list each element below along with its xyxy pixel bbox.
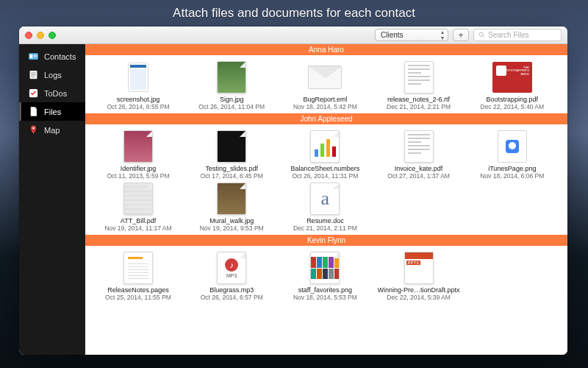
file-item[interactable]: PPTXWinning-Pre…tionDraft.pptxDec 22, 20… — [375, 252, 463, 301]
app-window: Clients ▴▾ + Search Files ContactsLogsTo… — [19, 26, 567, 355]
file-item[interactable]: ♪MP3Bluegrass.mp3Oct 26, 2014, 6:57 PM — [187, 252, 276, 301]
file-name: Mural_walk.jpg — [209, 217, 254, 224]
search-icon — [478, 32, 485, 38]
file-thumbnail — [118, 130, 158, 163]
file-item[interactable]: aResume.docDec 21, 2014, 2:11 PM — [281, 183, 369, 232]
sidebar-item-map[interactable]: Map — [19, 121, 85, 139]
svg-point-0 — [479, 32, 483, 36]
file-name: Bootstrapping.pdf — [487, 96, 539, 103]
sidebar-item-files[interactable]: Files — [19, 102, 85, 121]
svg-rect-4 — [34, 55, 37, 56]
svg-point-11 — [32, 127, 35, 130]
sidebar-item-label: Files — [44, 107, 61, 116]
chevron-updown-icon: ▴▾ — [441, 29, 444, 41]
svg-rect-7 — [31, 72, 35, 73]
file-grid: Identifier.jpgOct 11, 2013, 5:59 PMTesti… — [85, 124, 567, 235]
file-name: Testing_slides.pdf — [205, 165, 258, 172]
file-name: Identifier.jpg — [121, 165, 157, 172]
search-input[interactable]: Search Files — [473, 29, 562, 41]
file-thumbnail — [118, 183, 158, 215]
file-item[interactable]: Testing_slides.pdfOct 17, 2014, 6:45 PM — [187, 130, 276, 180]
file-item[interactable]: iTunesPage.pngNov 18, 2014, 6:06 PM — [468, 130, 556, 180]
file-name: BugReport.eml — [303, 96, 347, 103]
file-name: Resume.doc — [306, 217, 344, 224]
file-item[interactable]: Bootstrapping.pdfDec 22, 2014, 5:40 AM — [468, 61, 556, 110]
section-header: Kevin Flynn — [85, 235, 567, 246]
svg-line-1 — [483, 36, 484, 38]
sidebar: ContactsLogsToDosFilesMap — [19, 44, 85, 355]
file-thumbnail — [399, 61, 439, 93]
file-item[interactable]: release_notes_2-6.rtfDec 21, 2014, 2:21 … — [375, 61, 463, 110]
file-date: Oct 11, 2013, 5:59 PM — [107, 172, 169, 180]
file-thumbnail: PPTX — [399, 252, 439, 284]
minimize-window-button[interactable] — [37, 32, 44, 39]
file-date: Nov 18, 2014, 6:06 PM — [480, 172, 544, 180]
svg-rect-3 — [30, 54, 33, 58]
file-item[interactable]: Identifier.jpgOct 11, 2013, 5:59 PM — [94, 130, 182, 180]
file-thumbnail — [492, 61, 532, 93]
file-date: Oct 26, 2014, 11:31 PM — [293, 172, 359, 180]
file-item[interactable]: screenshot.jpgOct 26, 2014, 6:55 PM — [94, 61, 182, 110]
file-item[interactable]: ATT_Bill.pdfNov 19, 2014, 11:17 AM — [94, 183, 182, 232]
window-titlebar: Clients ▴▾ + Search Files — [19, 26, 567, 44]
file-date: Oct 26, 2014, 11:04 PM — [198, 103, 265, 110]
document-icon — [28, 106, 39, 117]
window-controls — [25, 32, 56, 39]
file-name: staff_favorites.png — [298, 286, 352, 294]
file-thumbnail — [212, 130, 251, 163]
file-name: iTunesPage.png — [488, 165, 536, 172]
sidebar-item-label: Map — [44, 126, 60, 135]
file-date: Oct 26, 2014, 6:57 PM — [201, 294, 263, 301]
file-grid: ReleaseNotes.pagesOct 25, 2014, 11:55 PM… — [85, 246, 567, 304]
category-select[interactable]: Clients ▴▾ — [375, 29, 448, 41]
file-thumbnail: ♪MP3 — [212, 252, 251, 284]
file-item[interactable]: Sign.jpgOct 26, 2014, 11:04 PM — [187, 61, 276, 110]
file-name: release_notes_2-6.rtf — [387, 96, 450, 103]
file-thumbnail: a — [305, 183, 345, 215]
file-thumbnail — [212, 183, 251, 215]
file-item[interactable]: ReleaseNotes.pagesOct 25, 2014, 11:55 PM — [94, 252, 182, 301]
sidebar-item-label: ToDos — [44, 89, 67, 98]
file-item[interactable]: Invoice_kate.pdfOct 27, 2014, 1:37 AM — [375, 130, 463, 180]
file-item[interactable]: BugReport.emlNov 18, 2014, 5:42 PM — [281, 61, 369, 110]
sidebar-item-logs[interactable]: Logs — [19, 66, 85, 84]
svg-rect-9 — [31, 76, 34, 77]
sidebar-item-contacts[interactable]: Contacts — [19, 47, 85, 66]
sidebar-item-label: Logs — [44, 71, 62, 79]
file-item[interactable]: staff_favorites.pngNov 18, 2014, 5:53 PM — [281, 252, 369, 301]
close-window-button[interactable] — [25, 32, 32, 39]
file-thumbnail — [212, 61, 251, 93]
file-date: Nov 18, 2014, 5:42 PM — [293, 103, 357, 110]
sidebar-item-todos[interactable]: ToDos — [19, 84, 85, 102]
file-date: Nov 18, 2014, 5:53 PM — [293, 294, 357, 301]
file-name: screenshot.jpg — [117, 96, 160, 103]
file-item[interactable]: BalanceSheet.numbersOct 26, 2014, 11:31 … — [281, 130, 369, 180]
file-content-area: Anna Haroscreenshot.jpgOct 26, 2014, 6:5… — [85, 44, 567, 355]
category-select-value: Clients — [381, 31, 404, 39]
search-placeholder: Search Files — [488, 31, 529, 39]
section-header: John Appleseed — [85, 113, 567, 124]
sidebar-item-label: Contacts — [44, 52, 76, 61]
id-card-icon — [28, 51, 39, 62]
checkbox-icon — [28, 88, 39, 99]
file-date: Dec 21, 2014, 2:21 PM — [387, 103, 451, 110]
map-pin-icon — [28, 124, 39, 135]
file-thumbnail — [305, 61, 345, 93]
file-name: Bluegrass.mp3 — [209, 286, 254, 294]
file-date: Oct 25, 2014, 11:55 PM — [105, 294, 171, 301]
file-date: Oct 26, 2014, 6:55 PM — [107, 103, 169, 110]
zoom-window-button[interactable] — [49, 32, 56, 39]
file-date: Oct 27, 2014, 1:37 AM — [387, 172, 450, 180]
file-item[interactable]: Mural_walk.jpgNov 19, 2014, 9:53 PM — [187, 183, 276, 232]
file-grid: screenshot.jpgOct 26, 2014, 6:55 PMSign.… — [85, 55, 567, 113]
file-date: Nov 19, 2014, 9:53 PM — [200, 224, 264, 232]
file-name: BalanceSheet.numbers — [291, 165, 360, 172]
file-name: ReleaseNotes.pages — [107, 286, 169, 294]
add-button[interactable]: + — [453, 29, 469, 41]
file-thumbnail — [118, 61, 158, 93]
file-date: Dec 22, 2014, 5:40 AM — [481, 103, 544, 110]
file-date: Dec 22, 2014, 5:39 AM — [387, 294, 450, 301]
svg-rect-8 — [31, 74, 35, 75]
page-title: Attach files and documents for each cont… — [0, 0, 588, 25]
file-name: ATT_Bill.pdf — [121, 217, 156, 224]
